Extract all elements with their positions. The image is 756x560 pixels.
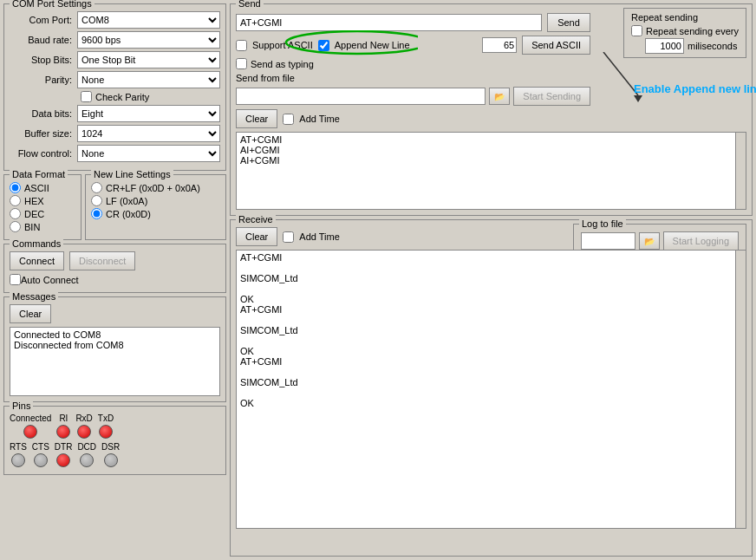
log-file-input[interactable] [581,232,635,250]
messages-area: Connected to COM8 Disconnected from COM8 [10,327,220,396]
newline-crlf-radio[interactable] [91,182,102,193]
pin-dtr: DTR [55,442,73,467]
append-new-line-label: Append New Line [335,40,410,50]
pin-dcd-indicator [80,453,94,467]
pin-ri: RI [56,413,70,439]
format-ascii-radio[interactable] [10,182,21,193]
pin-dsr: DSR [101,442,120,467]
format-bin-radio[interactable] [10,221,21,232]
data-bits-select[interactable]: Eight [77,105,220,122]
send-as-typing-label: Send as typing [251,59,314,69]
repeat-ms-input[interactable] [645,38,684,54]
svg-line-1 [603,52,638,95]
append-new-line-checkbox[interactable] [318,40,329,51]
baud-rate-select[interactable]: 9600 bps [77,31,220,49]
buffer-size-select[interactable]: 1024 [77,125,220,142]
connect-button[interactable]: Connect [10,251,64,270]
format-bin-label: BIN [24,222,40,232]
start-sending-button[interactable]: Start Sending [513,87,590,106]
newline-cr-label: CR (0x0D) [106,209,151,219]
repeat-ms-label: miliseconds [688,41,737,51]
parity-label: Parity: [10,75,77,85]
log-file-browse-button[interactable]: 📂 [639,232,660,250]
send-ascii-button[interactable]: Send ASCII [522,36,590,55]
newline-settings-group: New Line Settings CR+LF (0x0D + 0x0A) LF… [85,174,226,240]
pin-cts-indicator [34,453,48,467]
data-format-title: Data Format [10,169,68,179]
auto-connect-checkbox[interactable] [10,274,21,285]
parity-select[interactable]: None [77,71,220,88]
data-bits-label: Data bits: [10,108,77,119]
send-file-browse-button[interactable]: 📂 [489,88,510,105]
send-log-area: AT+CGMI AI+CGMI AI+CGMI [236,132,746,210]
send-button[interactable]: Send [547,13,590,32]
pins-title: Pins [10,400,33,411]
commands-title: Commands [10,238,63,249]
receive-group: Receive Log to file 📂 Start Logging Appe… [230,219,753,557]
format-hex-label: HEX [24,196,44,206]
disconnect-button[interactable]: Disconnect [69,251,135,270]
format-ascii-label: ASCII [24,183,49,193]
pin-dtr-indicator [56,453,70,467]
send-title: Send [236,0,264,9]
stop-bits-label: Stop Bits: [10,55,77,65]
flow-control-select[interactable]: None [77,145,220,162]
send-add-time-checkbox[interactable] [283,114,294,125]
auto-connect-label: Auto Connect [21,275,79,285]
send-add-time-label: Add Time [299,114,339,124]
support-ascii-label: Support ASCII [252,40,313,50]
send-group: Send Repeat sending Repeat sending every… [230,3,753,216]
receive-add-time-label: Add Time [299,231,339,242]
com-port-select[interactable]: COM8 [77,11,220,29]
repeat-sending-title: Repeat sending [631,12,739,23]
receive-log-text: AT+CGMI SIMCOM_Ltd OK AT+CGMI SIMCOM_Ltd… [240,252,742,408]
check-parity-label: Check Parity [95,92,149,102]
pin-txd-indicator [99,425,113,439]
append-arrow-annotation [595,52,681,104]
receive-scrollbar[interactable] [735,251,746,528]
send-clear-button[interactable]: Clear [236,109,277,128]
pin-ri-indicator [56,425,70,439]
data-format-group: Data Format ASCII HEX DEC BIN [3,174,81,240]
pin-dsr-indicator [104,453,118,467]
pin-dcd: DCD [77,442,96,467]
newline-lf-label: LF (0x0A) [106,196,147,206]
newline-crlf-label: CR+LF (0x0D + 0x0A) [106,183,200,193]
stop-bits-select[interactable]: One Stop Bit [77,51,220,68]
send-from-file-label: Send from file [236,73,295,83]
log-to-file-title: Log to file [579,218,626,229]
pin-rxd: RxD [75,413,92,439]
repeat-sending-box: Repeat sending Repeat sending every mili… [623,8,746,58]
pin-connected: Connected [10,413,51,439]
pin-rts: RTS [10,442,27,467]
com-port-settings-title: COM Port Settings [10,0,94,9]
send-log-text: AT+CGMI AI+CGMI AI+CGMI [240,134,742,166]
char-count-input[interactable] [482,37,517,53]
messages-clear-button[interactable]: Clear [10,304,51,323]
start-logging-button[interactable]: Start Logging [663,231,739,251]
newline-settings-title: New Line Settings [91,169,173,179]
commands-group: Commands Connect Disconnect Auto Connect [3,244,226,293]
send-as-typing-checkbox[interactable] [236,58,247,69]
receive-add-time-checkbox[interactable] [283,231,294,243]
baud-rate-label: Baud rate: [10,35,77,45]
format-hex-radio[interactable] [10,195,21,206]
messages-group: Messages Clear Connected to COM8 Disconn… [3,296,226,402]
messages-title: Messages [10,291,58,302]
newline-cr-radio[interactable] [91,208,102,219]
send-scrollbar[interactable] [735,133,746,209]
pin-rts-indicator [11,453,25,467]
pin-txd: TxD [98,413,114,439]
check-parity-checkbox[interactable] [81,91,92,102]
repeat-sending-checkbox[interactable] [631,25,642,36]
pin-rxd-indicator [77,425,91,439]
support-ascii-checkbox[interactable] [236,40,247,51]
format-dec-label: DEC [24,209,44,219]
send-input[interactable] [236,14,542,31]
receive-clear-button[interactable]: Clear [236,227,277,246]
newline-lf-radio[interactable] [91,195,102,206]
send-file-input[interactable] [236,88,486,105]
format-dec-radio[interactable] [10,208,21,219]
com-port-settings-group: COM Port Settings Com Port: COM8 Baud ra… [3,3,226,171]
flow-control-label: Flow control: [10,148,77,159]
